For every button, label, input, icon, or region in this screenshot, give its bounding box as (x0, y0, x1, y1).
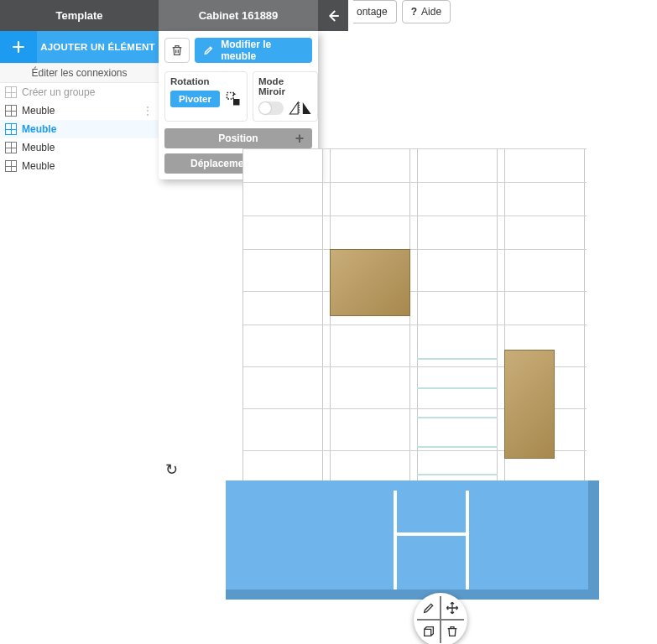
sidebar-item-label: Meuble (22, 123, 56, 135)
glass-shelf (417, 474, 498, 475)
sidebar: AJOUTER UN ÉLÉMENT Éditer les connexions… (0, 31, 159, 175)
glass-shelf (417, 446, 498, 448)
furniture-icon (5, 142, 17, 153)
dimensions-icon (422, 625, 435, 638)
radial-delete-button[interactable] (444, 623, 461, 640)
move-icon (446, 601, 459, 615)
glass-shelf (417, 417, 498, 418)
tab-cabinet-label: Cabinet 161889 (199, 9, 279, 22)
tab-template-label: Template (55, 9, 102, 22)
pencil-icon (422, 601, 435, 615)
orbit-icon[interactable]: ↻ (165, 460, 178, 479)
glass-shelf (417, 358, 498, 360)
tab-cabinet[interactable]: Cabinet 161889 (159, 0, 318, 31)
plus-icon (10, 39, 27, 55)
radial-edit-button[interactable] (420, 600, 437, 616)
help-label: Aide (421, 6, 441, 18)
add-element-icon-button[interactable] (0, 31, 37, 63)
radial-dimensions-button[interactable] (420, 623, 437, 640)
base-cabinet (226, 480, 599, 600)
sidebar-item-meuble[interactable]: Meuble (0, 138, 159, 157)
help-button[interactable]: ? Aide (402, 0, 451, 23)
arrow-left-icon (326, 8, 341, 23)
group-icon (5, 86, 17, 98)
sidebar-item-meuble[interactable]: Meuble (0, 157, 159, 175)
sidebar-item-meuble[interactable]: Meuble ⋮ (0, 101, 159, 120)
create-group-label: Créer un groupe (22, 86, 95, 98)
sidebar-item-label: Meuble (22, 160, 55, 172)
sidebar-item-label: Meuble (22, 142, 55, 153)
radial-move-button[interactable] (444, 600, 461, 616)
trash-icon (446, 625, 459, 638)
edit-connections-label: Éditer les connexions (31, 67, 127, 79)
furniture-icon (5, 160, 17, 172)
radial-menu (414, 593, 467, 644)
wood-cabinet (504, 350, 555, 459)
sidebar-item-label: Meuble (22, 105, 55, 117)
add-element-label: AJOUTER UN ÉLÉMENT (40, 42, 155, 52)
tab-template[interactable]: Template (0, 0, 159, 31)
add-element-button[interactable]: AJOUTER UN ÉLÉMENT (37, 31, 159, 63)
3d-viewport[interactable]: ↻ (159, 31, 657, 644)
glass-shelf (417, 387, 498, 389)
edit-connections-button[interactable]: Éditer les connexions (0, 63, 159, 83)
create-group-row[interactable]: Créer un groupe (0, 83, 159, 101)
montage-button[interactable]: ontage (353, 0, 397, 23)
shelf-unit (242, 148, 587, 482)
furniture-icon (5, 123, 17, 135)
wood-cabinet (330, 249, 410, 316)
furniture-icon (5, 105, 17, 117)
back-button[interactable] (318, 0, 348, 31)
montage-label: ontage (357, 6, 388, 18)
sidebar-item-meuble[interactable]: Meuble (0, 120, 159, 138)
question-icon: ? (411, 6, 417, 18)
